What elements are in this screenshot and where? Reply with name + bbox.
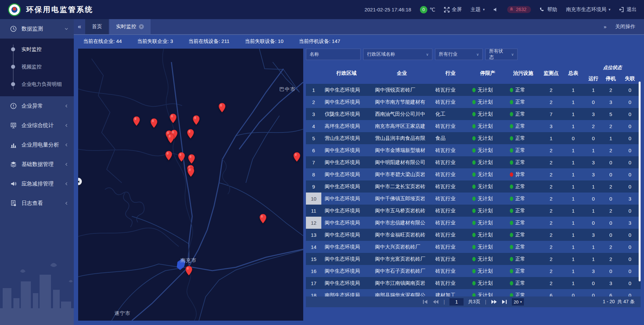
sidebar-item-power-load-detail[interactable]: 企业电力负荷明细: [0, 75, 74, 93]
table-row[interactable]: 15 阆中生态环境局 阆中市光富页岩机砖厂 砖瓦行业 无计划 正常 2 1 1 …: [306, 253, 641, 265]
points-cell: 2: [540, 265, 562, 277]
map-pin-icon[interactable]: [150, 118, 158, 128]
table-row[interactable]: 9 阆中生态环境局 阆中市二龙长宝页岩砖 砖瓦行业 无计划 正常 2 1 1 2…: [306, 180, 641, 193]
map-pin-icon[interactable]: [259, 214, 267, 224]
table-row[interactable]: 3 仪陇生态环境局 西南油气田分公司川中 化工 无计划 正常 7 1 3 5 0: [306, 108, 641, 120]
industry-cell: 砖瓦行业: [432, 265, 469, 277]
map-pin-icon[interactable]: [165, 151, 172, 161]
temperature-widget: 0 ℃: [420, 6, 435, 13]
table-row[interactable]: 8 阆中生态环境局 阆中市枣碧大梁山页岩 砖瓦行业 无计划 异常 2 1 3 0…: [306, 168, 641, 180]
map-pin-icon[interactable]: [167, 133, 174, 144]
theme-dropdown[interactable]: 主题▾: [471, 6, 485, 13]
fullscreen-button[interactable]: 全屏: [444, 6, 462, 13]
meters-cell: 1: [562, 277, 584, 289]
tab-close-icon[interactable]: ×: [139, 24, 144, 29]
map-pin-icon[interactable]: [133, 116, 140, 126]
first-page-button[interactable]: [423, 300, 428, 304]
sidebar-item-emergency-reduction[interactable]: 应急减排管理: [0, 174, 74, 194]
offline-cell: 0: [619, 241, 641, 253]
status-select[interactable]: 所有状态∨: [485, 49, 518, 60]
table-row[interactable]: 6 阆中生态环境局 阆中市金博瑞新型墙材 砖瓦行业 无计划 正常 2 1 1 2…: [306, 144, 641, 156]
map-pin-icon[interactable]: [187, 129, 194, 139]
speaker-icon[interactable]: [493, 7, 498, 12]
table-row[interactable]: 11 阆中生态环境局 阆中市五马桥页岩机砖 砖瓦行业 无计划 正常 2 1 1 …: [306, 205, 641, 217]
running-cell: 1: [584, 180, 602, 193]
tab-home[interactable]: 首页: [85, 19, 109, 34]
status-dot-icon: [510, 233, 513, 237]
next-page-button[interactable]: [491, 300, 497, 304]
tabs-scroll-right-button[interactable]: »: [604, 24, 606, 30]
sidebar-item-log-view[interactable]: 日志查看: [0, 194, 74, 213]
industry-select[interactable]: 所有行业∨: [435, 49, 483, 60]
status-dot-icon: [510, 245, 513, 249]
meters-cell: 1: [562, 168, 584, 180]
table-row[interactable]: 7 阆中生态环境局 阆中明阳建材有限公司 砖瓦行业 无计划 正常 2 1 3 0…: [306, 156, 641, 168]
industry-cell: 砖瓦行业: [432, 168, 469, 180]
map-pin-icon[interactable]: [178, 152, 185, 162]
map-pin-icon[interactable]: [293, 152, 301, 162]
scrollbar-thumb[interactable]: [639, 82, 641, 281]
table-row[interactable]: 13 阆中生态环境局 阆中市金福旺页岩机砖 砖瓦行业 无计划 正常 2 1 3 …: [306, 229, 641, 241]
facility-status-cell: 正常: [506, 241, 540, 253]
sidebar-item-enterprise-statistics[interactable]: 企业综合统计: [0, 116, 74, 135]
map-pin-icon[interactable]: [218, 103, 226, 113]
status-dot-icon: [510, 221, 513, 225]
stopped-cell: 0: [602, 156, 619, 168]
sidebar-item-data-monitor[interactable]: 数据监测: [0, 19, 74, 39]
sidebar-item-video-monitor[interactable]: 视频监控: [0, 58, 74, 75]
user-org-dropdown[interactable]: 南充市生态环境局▾: [566, 6, 610, 13]
status-dot-icon: [510, 124, 513, 128]
tab-realtime-monitor[interactable]: 实时监控 ×: [109, 19, 151, 34]
sidebar-item-realtime-monitor[interactable]: 实时监控: [0, 41, 74, 58]
map-pin-icon[interactable]: [193, 115, 200, 125]
chevron-left-icon: [64, 201, 68, 205]
map-pin-icon[interactable]: [188, 154, 195, 164]
region-cell: 阆中生态环境局: [321, 96, 372, 108]
map-pin-icon[interactable]: [185, 266, 193, 276]
close-operations-button[interactable]: 关闭操作: [615, 23, 635, 30]
row-index-cell: 13: [306, 229, 321, 241]
page-size-select[interactable]: 20▾: [512, 298, 524, 306]
region-select[interactable]: 行政区域名称∨: [363, 49, 432, 60]
logout-button[interactable]: 退出: [619, 6, 637, 13]
tabs-scroll-left-button[interactable]: «: [74, 19, 85, 34]
sidebar-item-base-data-management[interactable]: 基础数据管理: [0, 155, 74, 174]
sidebar-item-enterprise-abnormal[interactable]: 企业异常: [0, 96, 74, 116]
company-cell: 阆中市光富页岩机砖厂: [372, 253, 432, 265]
table-row[interactable]: 16 阆中生态环境局 阆中市石子页岩机砖厂 砖瓦行业 无计划 正常 2 1 3 …: [306, 265, 641, 277]
map[interactable]: 巴中市 南充市 遂宁市 ◀: [78, 49, 303, 321]
help-button[interactable]: 帮助: [540, 6, 557, 13]
table-row[interactable]: 4 高坪生态环境局 南充市高坪区王家店建 砖瓦行业 无计划 正常 3 1 2 2…: [306, 120, 641, 132]
table-row[interactable]: 14 阆中生态环境局 阆中大兴页岩机砖厂 砖瓦行业 无计划 正常 2 1 1 2…: [306, 241, 641, 253]
city-skyline-watermark: [0, 261, 74, 325]
map-pin-icon[interactable]: [187, 167, 195, 177]
notification-badge[interactable]: 2632: [507, 6, 531, 13]
row-index-cell: 10: [306, 193, 321, 205]
region-cell: 阆中生态环境局: [321, 229, 372, 241]
name-search-input[interactable]: 名称: [306, 49, 361, 60]
limit-status-cell: 无计划: [469, 132, 506, 144]
status-dot-icon: [510, 197, 513, 201]
stopped-cell: 3: [602, 277, 619, 289]
offline-cell: 0: [619, 132, 641, 144]
table-row[interactable]: 5 营山生态环境局 营山县润丰肉食品有限 食品 无计划 正常 1 0 0 1 0: [306, 132, 641, 144]
table-row[interactable]: 2 阆中生态环境局 阆中市南方节能建材有 砖瓦行业 无计划 正常 2 1 0 3…: [306, 96, 641, 108]
meters-cell: 1: [562, 120, 584, 132]
sidebar-item-power-usage-analysis[interactable]: 企业用电量分析: [0, 135, 74, 155]
table-row[interactable]: 17 阆中生态环境局 阆中市江南镇阆南页岩 砖瓦行业 无计划 正常 2 1 0 …: [306, 277, 641, 289]
table-scrollbar[interactable]: [639, 82, 641, 299]
sidebar-item-label: 数据监测: [21, 25, 43, 33]
presentation-board-icon: [10, 122, 17, 129]
table-row[interactable]: 12 阆中生态环境局 阆中市忠信建材有限公 砖瓦行业 无计划 正常 2 1 0 …: [306, 217, 641, 229]
last-page-button[interactable]: [502, 300, 507, 304]
company-cell: 阆中市枣碧大梁山页岩: [372, 168, 432, 180]
table-body: 1 阆中生态环境局 阆中强锐页岩砖厂 砖瓦行业 无计划 正常 2 1 1 2 0…: [306, 84, 641, 301]
table-row[interactable]: 10 阆中生态环境局 阆中千佛镇五郎垭页岩 砖瓦行业 无计划 正常 2 1 0 …: [306, 193, 641, 205]
map-pin-icon[interactable]: [169, 113, 177, 123]
stopped-cell: 3: [602, 96, 619, 108]
table-row[interactable]: 1 阆中生态环境局 阆中强锐页岩砖厂 砖瓦行业 无计划 正常 2 1 1 2 0: [306, 84, 641, 96]
stopped-cell: 2: [602, 253, 619, 265]
status-dot-icon: [510, 100, 513, 104]
page-number-input[interactable]: 1: [449, 298, 464, 306]
prev-page-button[interactable]: [433, 300, 439, 304]
